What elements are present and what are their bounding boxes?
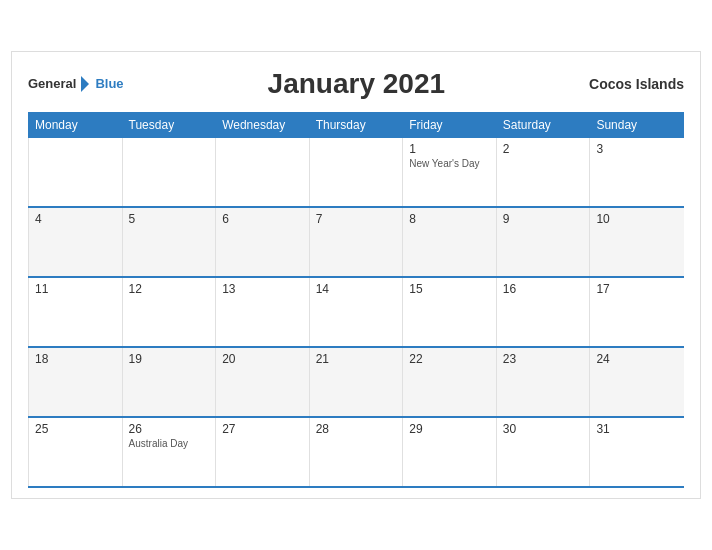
calendar-thead: MondayTuesdayWednesdayThursdayFridaySatu… [29, 112, 684, 137]
day-number: 27 [222, 422, 303, 436]
calendar-cell: 4 [29, 207, 123, 277]
day-number: 3 [596, 142, 677, 156]
calendar-grid: MondayTuesdayWednesdayThursdayFridaySatu… [28, 112, 684, 489]
day-number: 2 [503, 142, 584, 156]
day-number: 30 [503, 422, 584, 436]
calendar-cell: 19 [122, 347, 216, 417]
calendar-cell: 15 [403, 277, 497, 347]
day-number: 19 [129, 352, 210, 366]
weekday-header-thursday: Thursday [309, 112, 403, 137]
day-number: 21 [316, 352, 397, 366]
day-number: 26 [129, 422, 210, 436]
day-number: 14 [316, 282, 397, 296]
day-event: New Year's Day [409, 158, 490, 169]
calendar-cell: 10 [590, 207, 684, 277]
calendar-cell: 8 [403, 207, 497, 277]
calendar-cell: 25 [29, 417, 123, 487]
day-number: 7 [316, 212, 397, 226]
day-number: 12 [129, 282, 210, 296]
calendar-cell: 22 [403, 347, 497, 417]
day-number: 16 [503, 282, 584, 296]
calendar-container: General Blue January 2021 Cocos Islands … [11, 51, 701, 500]
day-number: 22 [409, 352, 490, 366]
calendar-header: General Blue January 2021 Cocos Islands [28, 68, 684, 100]
day-number: 8 [409, 212, 490, 226]
day-number: 24 [596, 352, 677, 366]
day-number: 10 [596, 212, 677, 226]
day-number: 29 [409, 422, 490, 436]
logo: General Blue [28, 76, 124, 92]
day-number: 15 [409, 282, 490, 296]
day-number: 5 [129, 212, 210, 226]
calendar-cell: 2 [496, 137, 590, 207]
calendar-cell: 21 [309, 347, 403, 417]
calendar-cell: 30 [496, 417, 590, 487]
calendar-cell [216, 137, 310, 207]
calendar-cell: 18 [29, 347, 123, 417]
day-number: 6 [222, 212, 303, 226]
day-number: 13 [222, 282, 303, 296]
calendar-cell: 16 [496, 277, 590, 347]
weekday-header-monday: Monday [29, 112, 123, 137]
weekday-header-friday: Friday [403, 112, 497, 137]
calendar-cell: 20 [216, 347, 310, 417]
day-event: Australia Day [129, 438, 210, 449]
day-number: 9 [503, 212, 584, 226]
calendar-cell: 13 [216, 277, 310, 347]
calendar-cell: 27 [216, 417, 310, 487]
calendar-cell: 7 [309, 207, 403, 277]
weekday-header-wednesday: Wednesday [216, 112, 310, 137]
day-number: 1 [409, 142, 490, 156]
calendar-cell: 26Australia Day [122, 417, 216, 487]
day-number: 17 [596, 282, 677, 296]
week-row-0: 1New Year's Day23 [29, 137, 684, 207]
week-row-1: 45678910 [29, 207, 684, 277]
week-row-3: 18192021222324 [29, 347, 684, 417]
week-row-2: 11121314151617 [29, 277, 684, 347]
day-number: 28 [316, 422, 397, 436]
logo-blue-text: Blue [95, 76, 123, 91]
calendar-cell: 24 [590, 347, 684, 417]
calendar-title: January 2021 [268, 68, 445, 100]
day-number: 18 [35, 352, 116, 366]
calendar-cell: 23 [496, 347, 590, 417]
calendar-cell [122, 137, 216, 207]
calendar-cell: 31 [590, 417, 684, 487]
weekday-header-row: MondayTuesdayWednesdayThursdayFridaySatu… [29, 112, 684, 137]
calendar-cell [309, 137, 403, 207]
calendar-region: Cocos Islands [589, 76, 684, 92]
week-row-4: 2526Australia Day2728293031 [29, 417, 684, 487]
calendar-cell [29, 137, 123, 207]
calendar-cell: 1New Year's Day [403, 137, 497, 207]
calendar-cell: 9 [496, 207, 590, 277]
calendar-cell: 12 [122, 277, 216, 347]
day-number: 11 [35, 282, 116, 296]
calendar-cell: 5 [122, 207, 216, 277]
weekday-header-tuesday: Tuesday [122, 112, 216, 137]
calendar-tbody: 1New Year's Day2345678910111213141516171… [29, 137, 684, 487]
day-number: 4 [35, 212, 116, 226]
calendar-cell: 17 [590, 277, 684, 347]
weekday-header-sunday: Sunday [590, 112, 684, 137]
day-number: 25 [35, 422, 116, 436]
calendar-cell: 6 [216, 207, 310, 277]
day-number: 31 [596, 422, 677, 436]
calendar-cell: 29 [403, 417, 497, 487]
logo-general-text: General [28, 76, 76, 91]
calendar-cell: 14 [309, 277, 403, 347]
weekday-header-saturday: Saturday [496, 112, 590, 137]
day-number: 20 [222, 352, 303, 366]
logo-triangle-icon [81, 76, 89, 92]
day-number: 23 [503, 352, 584, 366]
calendar-cell: 3 [590, 137, 684, 207]
calendar-cell: 28 [309, 417, 403, 487]
calendar-cell: 11 [29, 277, 123, 347]
